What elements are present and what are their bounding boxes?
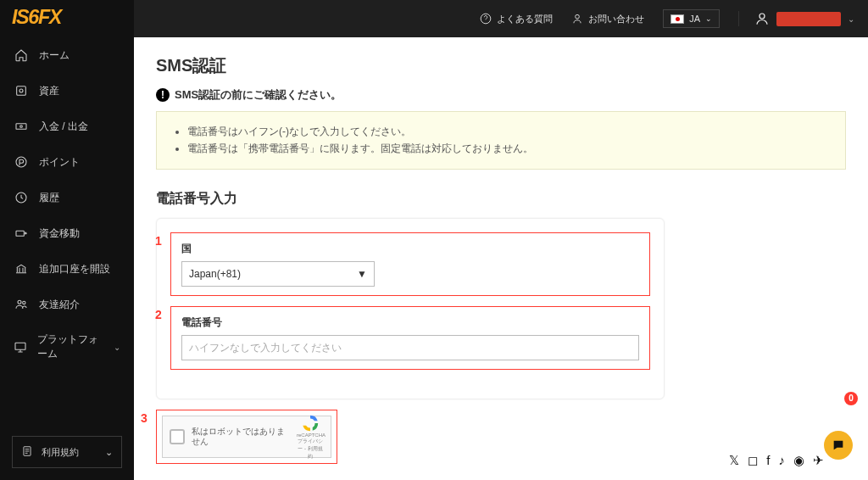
lang-label: JA (689, 14, 700, 24)
telegram-icon[interactable]: ✈ (813, 453, 824, 468)
chat-icon (832, 438, 845, 452)
support-icon (571, 13, 583, 25)
nav-label: 履歴 (39, 191, 59, 205)
notice-box: 電話番号はハイフン(-)なしで入力してください。 電話番号は「携帯電話番号」に限… (156, 111, 846, 170)
captcha-fineprint: プライバシー - 利用規約 (297, 438, 324, 460)
assets-icon (14, 83, 29, 98)
faq-link[interactable]: よくある質問 (480, 13, 553, 25)
svg-rect-7 (16, 231, 24, 236)
phone-label: 電話番号 (181, 315, 639, 330)
nav-open-account[interactable]: 追加口座を開設 (0, 251, 134, 287)
chevron-down-icon: ⌄ (105, 447, 113, 458)
help-icon (480, 13, 492, 25)
svg-point-4 (20, 126, 23, 128)
nav-label: プラットフォーム (37, 332, 103, 361)
phone-placeholder: ハイフンなしで入力してください (189, 341, 342, 355)
user-icon (754, 11, 770, 26)
svg-point-8 (18, 300, 21, 304)
brand-logo: IS6FX (0, 0, 134, 37)
chevron-down-icon: ⌄ (114, 343, 120, 352)
user-name-redacted (776, 12, 841, 26)
recaptcha-logo: reCAPTCHA プライバシー - 利用規約 (297, 414, 324, 460)
step-number-2: 2 (155, 308, 162, 321)
alert-text: SMS認証の前にご確認ください。 (175, 87, 342, 103)
transfer-icon (14, 226, 29, 241)
nav-label: 入金 / 出金 (39, 120, 88, 134)
nav-label: 利用規約 (42, 446, 79, 459)
nav-label: 友達紹介 (39, 298, 80, 312)
country-value: Japan(+81) (189, 268, 241, 280)
sidebar: IS6FX ホーム 資産 入金 / 出金 ポイント 履歴 (0, 0, 134, 480)
dropdown-triangle-icon: ▼ (357, 268, 367, 280)
step-number-3: 3 (141, 411, 147, 425)
platform-icon (14, 339, 27, 354)
svg-point-2 (19, 89, 23, 92)
nav-points[interactable]: ポイント (0, 144, 134, 180)
main-content: SMS認証 ! SMS認証の前にご確認ください。 電話番号はハイフン(-)なしで… (134, 37, 868, 480)
recaptcha-widget: 私はロボットではありません reCAPTCHA プライバシー - 利用規約 (162, 416, 331, 458)
captcha-brand: reCAPTCHA (297, 433, 324, 438)
topbar: よくある質問 お問い合わせ JA ⌄ ⌄ (134, 0, 868, 37)
page-title: SMS認証 (156, 54, 846, 77)
phone-entry-card: 1 国 Japan(+81) ▼ 2 電話番号 ハイフンなしで入力してください (156, 218, 665, 399)
chevron-down-icon: ⌄ (848, 14, 854, 24)
country-label: 国 (181, 242, 639, 256)
nav-platform[interactable]: プラットフォーム ⌄ (0, 322, 134, 371)
captcha-text: 私はロボットではありません (192, 427, 290, 447)
svg-text:IS6FX: IS6FX (12, 7, 64, 28)
japan-flag-icon (670, 14, 684, 24)
contact-link[interactable]: お問い合わせ (571, 13, 644, 25)
nav-assets[interactable]: 資産 (0, 73, 134, 109)
home-icon (14, 47, 29, 63)
country-select[interactable]: Japan(+81) ▼ (181, 261, 375, 287)
confirm-alert: ! SMS認証の前にご確認ください。 (156, 87, 846, 103)
svg-point-13 (576, 14, 580, 19)
nav-deposit-withdraw[interactable]: 入金 / 出金 (0, 109, 134, 144)
svg-point-9 (23, 301, 25, 304)
document-icon (21, 445, 33, 459)
nav-home[interactable]: ホーム (0, 37, 134, 73)
nav-history[interactable]: 履歴 (0, 180, 134, 215)
user-menu[interactable]: ⌄ (738, 11, 854, 26)
svg-rect-3 (16, 124, 26, 130)
contact-label: お問い合わせ (588, 13, 644, 25)
points-icon (14, 154, 29, 170)
captcha-checkbox[interactable] (170, 429, 185, 444)
faq-label: よくある質問 (497, 13, 553, 25)
phone-group: 電話番号 ハイフンなしで入力してください (170, 306, 650, 370)
money-icon (14, 119, 29, 134)
line-icon[interactable]: ◉ (793, 453, 804, 468)
instagram-icon[interactable]: ◻ (748, 453, 758, 468)
svg-rect-10 (15, 343, 25, 349)
svg-point-14 (760, 14, 765, 19)
country-group: 国 Japan(+81) ▼ (170, 232, 650, 296)
people-icon (14, 297, 29, 312)
section-title: 電話番号入力 (156, 190, 846, 208)
notice-item: 電話番号はハイフン(-)なしで入力してください。 (187, 125, 832, 139)
tiktok-icon[interactable]: ♪ (779, 453, 786, 468)
svg-rect-1 (17, 87, 26, 96)
bank-icon (14, 261, 29, 276)
nav-label: 資産 (39, 84, 59, 98)
step-number-1: 1 (155, 234, 162, 248)
chevron-down-icon: ⌄ (705, 14, 712, 23)
nav-label: ホーム (39, 48, 70, 63)
error-badge[interactable]: 0 (844, 392, 858, 405)
social-links: 𝕏 ◻ f ♪ ◉ ✈ (729, 453, 824, 468)
alert-icon: ! (156, 88, 170, 102)
chat-fab[interactable] (824, 431, 853, 460)
svg-point-5 (16, 157, 26, 167)
history-icon (14, 190, 29, 205)
nav-label: 資金移動 (39, 226, 80, 241)
main-nav: ホーム 資産 入金 / 出金 ポイント 履歴 資金移動 (0, 37, 134, 427)
x-twitter-icon[interactable]: 𝕏 (729, 453, 739, 468)
facebook-icon[interactable]: f (766, 453, 770, 468)
nav-fund-transfer[interactable]: 資金移動 (0, 215, 134, 251)
phone-input[interactable]: ハイフンなしで入力してください (181, 335, 639, 360)
notice-item: 電話番号は「携帯電話番号」に限ります。固定電話は対応しておりません。 (187, 142, 832, 156)
nav-terms[interactable]: 利用規約 ⌄ (12, 436, 122, 468)
nav-label: 追加口座を開設 (39, 262, 110, 276)
nav-referral[interactable]: 友達紹介 (0, 287, 134, 322)
language-selector[interactable]: JA ⌄ (663, 9, 720, 28)
nav-label: ポイント (39, 155, 80, 170)
